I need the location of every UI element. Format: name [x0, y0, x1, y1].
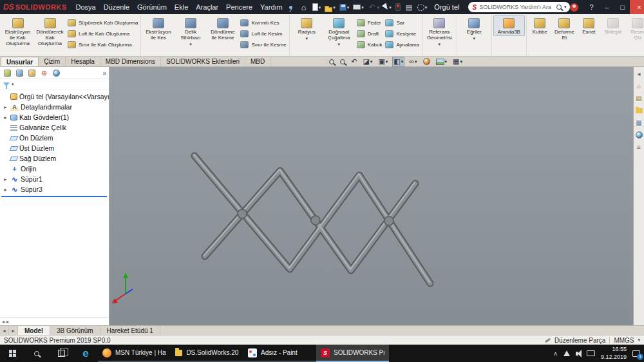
section-view-button[interactable]: ◪▾ [362, 57, 373, 66]
tree-scrollbar[interactable]: ◂ ▸ [0, 317, 109, 325]
tab-cizim[interactable]: Çizim [39, 57, 66, 66]
ribbon-egriler-button[interactable]: Eğriler▾ [459, 15, 490, 41]
tree-item-part-root[interactable]: Örgü tel (Varsayılan<<Varsayılan>_Gö [0, 91, 109, 102]
edge-button[interactable]: e [73, 345, 98, 362]
volume-button[interactable] [576, 352, 581, 356]
hide-show-items-button[interactable]: ∞▾ [408, 57, 417, 66]
graphics-viewport[interactable] [109, 67, 633, 325]
ribbon-feder-button[interactable]: Feder [357, 19, 383, 27]
close-button[interactable]: × [630, 0, 644, 14]
tab-mbd[interactable]: MBD [245, 57, 270, 66]
model-tabs-scroll-right-icon[interactable]: ▸ [9, 326, 18, 335]
wire-twist-joint[interactable] [311, 216, 320, 225]
search-dropdown-icon[interactable]: ▾ [564, 5, 567, 10]
design-library-button[interactable]: ▤ [635, 94, 643, 102]
new-document-button[interactable]: ▾ [310, 1, 323, 14]
view-orientation-button[interactable]: ▣▾ [377, 57, 388, 66]
filter-dropdown-icon[interactable]: ▾ [12, 82, 14, 87]
edit-appearance-button[interactable] [422, 57, 431, 66]
ribbon-supurerek-kati-olusturma-button[interactable]: Süpürerek Katı Oluşturma [68, 19, 138, 27]
custom-properties-button[interactable]: ≡ [635, 143, 643, 151]
ribbon-aynalama-button[interactable]: Aynalama [385, 41, 419, 49]
ribbon-loft-ile-kesim-button[interactable]: Loft ile Kesim [240, 30, 286, 38]
user-avatar[interactable] [570, 3, 578, 12]
ribbon-kubbe-button[interactable]: Kubbe [528, 15, 552, 36]
ribbon-sar-button[interactable]: Sar [385, 19, 419, 27]
dimxpert-manager-tab[interactable]: ⊕ [39, 68, 49, 78]
pin-icon[interactable] [289, 6, 292, 9]
zoom-area-button[interactable] [339, 57, 346, 66]
wire-twist-joint[interactable] [384, 216, 393, 225]
ribbon-sinir-ile-kesme-button[interactable]: Sınır ile Kesme [240, 41, 286, 49]
menu-gorunum[interactable]: Görünüm [133, 0, 171, 14]
configuration-manager-tab[interactable] [27, 68, 37, 78]
options-button[interactable]: ▾ [415, 1, 430, 14]
solidworks-resources-button[interactable]: ⌂ [635, 82, 643, 90]
help-button[interactable]: ? [583, 0, 599, 14]
model-tab-3b-gorunum[interactable]: 3B Görünüm [50, 326, 100, 335]
expand-arrow-icon[interactable]: ▸ [3, 104, 8, 110]
model-tab-hareket-etudu-1[interactable]: Hareket Etüdü 1 [100, 326, 160, 335]
model-tab-model[interactable]: Model [18, 326, 50, 335]
viewport-canvas[interactable] [109, 67, 633, 325]
tree-scroll-right-icon[interactable]: ▸ [6, 319, 9, 325]
tree-item-sweep3[interactable]: ▸∿Süpür3 [0, 184, 109, 195]
ribbon-ekstruzyon-ile-kati-olusturma-button[interactable]: Ekstrüzyon ile Katı Oluşturma [2, 15, 33, 48]
help-search-input[interactable]: S SOLIDWORKS Yardım'ı Ara ▾ [468, 2, 570, 12]
previous-view-button[interactable]: ↶ [350, 57, 357, 66]
ribbon-aninda3b-button[interactable]: Anında3B [493, 15, 525, 36]
file-explorer-button[interactable] [635, 106, 643, 115]
expand-arrow-icon[interactable]: ▸ [3, 115, 8, 120]
tree-item-top-plane[interactable]: Üst Düzlem [0, 143, 109, 153]
taskbar-app-paint[interactable]: Adsız - Paint [243, 345, 316, 362]
tree-item-front-plane[interactable]: Ön Düzlem [0, 133, 109, 143]
open-document-button[interactable]: ▾ [323, 1, 337, 14]
ribbon-dondurme-ile-kesme-button[interactable]: Döndürme ile Kesme [207, 15, 238, 42]
menu-dosya[interactable]: Dosya [71, 0, 99, 14]
tab-unsurlar[interactable]: Unsurlar [1, 57, 39, 66]
minimize-button[interactable]: – [599, 0, 614, 14]
model-tabs-scroll-left-icon[interactable]: ◂ [0, 326, 9, 335]
display-manager-tab[interactable] [52, 68, 61, 78]
hidden-icons-button[interactable]: ∧ [553, 350, 558, 357]
menu-duzenle[interactable]: Düzenle [100, 0, 133, 14]
property-manager-tab[interactable] [15, 68, 24, 78]
expand-arrow-icon[interactable]: ▸ [3, 176, 8, 182]
tree-scroll-left-icon[interactable]: ◂ [2, 319, 5, 325]
ribbon-kabuk-button[interactable]: Kabuk [357, 41, 383, 49]
view-palette-button[interactable]: ▦ [635, 119, 643, 127]
tree-filter-row[interactable]: ▾ [0, 79, 109, 90]
ribbon-draft-button[interactable]: Draft [357, 30, 383, 38]
select-button[interactable]: ▾ [381, 1, 393, 14]
ribbon-kesisme-button[interactable]: Kesişme [385, 30, 419, 38]
tree-item-solid-bodies[interactable]: ▸Katı Gövdeler(1) [0, 112, 109, 122]
feature-manager-tab[interactable] [3, 68, 12, 78]
tree-item-material[interactable]: Galvanize Çelik [0, 122, 109, 133]
view-settings-button[interactable]: ▦▾ [452, 57, 463, 66]
tab-mbd-dimensions[interactable]: MBD Dimensions [100, 57, 161, 66]
appearances-scenes-button[interactable] [635, 131, 643, 139]
menu-pencere[interactable]: Pencere [222, 0, 256, 14]
start-button[interactable] [0, 345, 24, 362]
ribbon-birlestir-button[interactable]: Birleştir [601, 15, 625, 36]
task-pane-collapse-icon[interactable]: ◂ [635, 70, 643, 78]
search-icon[interactable] [556, 5, 562, 10]
search-button[interactable] [24, 345, 49, 362]
rebuild-button[interactable] [393, 1, 402, 14]
ribbon-radyus-button[interactable]: Radyus▾ [291, 15, 323, 41]
ribbon-loft-ile-kati-olusturma-button[interactable]: Loft ile Katı Oluşturma [68, 30, 138, 38]
tree-item-origin[interactable]: +Orijin [0, 164, 109, 174]
tab-hesapla[interactable]: Hesapla [66, 57, 100, 66]
tab-solidworks-eklentileri[interactable]: SOLIDWORKS Eklentileri [161, 57, 245, 66]
menu-ekle[interactable]: Ekle [171, 0, 192, 14]
menu-araclar[interactable]: Araçlar [192, 0, 222, 14]
filter-funnel-icon[interactable] [3, 82, 10, 86]
print-button[interactable]: ▾ [351, 1, 366, 14]
zoom-fit-button[interactable] [328, 57, 335, 66]
taskbar-app-explorer[interactable]: DS.SolidWorks.2019... [171, 345, 243, 362]
ribbon-referans-geometrisi-button[interactable]: Referans Geometrisi▾ [424, 15, 455, 47]
task-view-button[interactable] [49, 345, 73, 362]
ribbon-deforme-et-button[interactable]: Deforme Et [553, 15, 576, 42]
ribbon-delik-sihirbazi-button[interactable]: Delik Sihirbazı▾ [175, 15, 206, 47]
rollback-bar[interactable] [1, 196, 107, 197]
